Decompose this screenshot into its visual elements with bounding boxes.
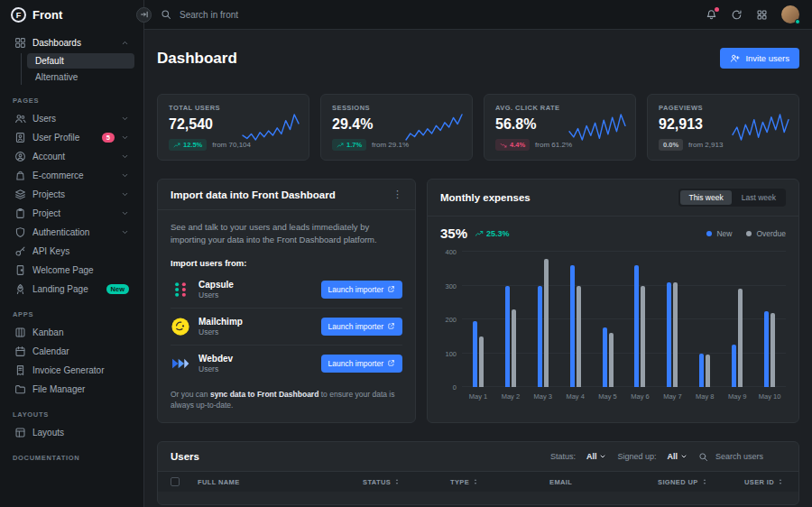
chevron-down-icon — [121, 190, 129, 198]
brand-logo[interactable]: F Front — [0, 0, 143, 30]
topbar — [144, 0, 812, 30]
nav-badge: 5 — [102, 133, 115, 143]
sidebar-item-api-keys[interactable]: API Keys — [9, 242, 134, 261]
import-card-title: Import data into Front Dashboard — [171, 189, 336, 200]
sidebar-item-projects[interactable]: Projects — [9, 185, 134, 204]
chart-x-axis: May 1May 2May 3May 4May 5May 6May 7May 8… — [462, 392, 786, 401]
sidebar-item-label: Layouts — [32, 428, 129, 438]
key-icon — [14, 245, 26, 257]
sidebar-item-authentication[interactable]: Authentication — [9, 223, 134, 242]
apps-button[interactable] — [756, 9, 768, 21]
source-name: Mailchimp — [198, 317, 243, 327]
monthly-expenses-card: Monthly expenses This week Last week 35%… — [427, 179, 799, 423]
sidebar-nav: DashboardsDefaultAlternativePAGESUsersUs… — [0, 30, 143, 507]
sidebar-item-users[interactable]: Users — [9, 109, 134, 128]
bar-overdue-may-6 — [641, 286, 645, 388]
kanban-icon — [14, 327, 26, 338]
folder-icon — [14, 383, 26, 395]
notifications-button[interactable] — [706, 9, 717, 21]
column-header-type[interactable]: TYPE — [450, 478, 549, 486]
legend-label: New — [716, 229, 732, 238]
sidebar-item-dashboards[interactable]: Dashboards — [9, 33, 134, 52]
card-menu-button[interactable]: ⋮ — [392, 189, 402, 200]
launch-importer-button-capsule[interactable]: Launch importer — [321, 281, 402, 299]
legend-dot-overdue — [746, 231, 752, 236]
column-header-full-name: FULL NAME — [198, 478, 363, 486]
sidebar-item-project[interactable]: Project — [9, 204, 134, 223]
sidebar-item-welcome-page[interactable]: Welcome Page — [9, 261, 134, 280]
launch-importer-button-webdev[interactable]: Launch importer — [321, 355, 402, 373]
x-axis-label: May 3 — [527, 392, 559, 401]
bar-overdue-may-1 — [479, 336, 484, 387]
user-plus-icon — [730, 53, 740, 63]
column-header-signed-up[interactable]: SIGNED UP — [658, 478, 744, 486]
global-search-input[interactable] — [178, 9, 376, 21]
x-axis-label: May 8 — [688, 392, 721, 401]
sparkline-chart — [732, 111, 789, 142]
invite-users-button[interactable]: Invite users — [720, 48, 799, 69]
activity-button[interactable] — [731, 9, 743, 21]
main-area: Dashboard Invite users TOTAL USERS72,540… — [144, 0, 812, 507]
sidebar-item-invoice-generator[interactable]: Invoice Generator — [9, 361, 134, 380]
import-description: See and talk to your users and leads imm… — [171, 221, 402, 247]
legend-item-new[interactable]: New — [706, 229, 732, 238]
stat-change-badge: 12.5% — [169, 139, 207, 151]
sidebar-item-label: Dashboards — [32, 38, 115, 48]
y-axis-label: 100 — [445, 349, 457, 357]
bar-overdue-may-10 — [770, 313, 775, 388]
stat-sparkline — [242, 111, 300, 145]
stat-sparkline — [405, 111, 463, 145]
user-avatar[interactable] — [781, 5, 799, 23]
signedup-filter-dropdown[interactable]: All — [667, 452, 687, 461]
sidebar-item-kanban[interactable]: Kanban — [9, 323, 134, 342]
middle-row: Import data into Front Dashboard ⋮ See a… — [157, 179, 799, 423]
page-title: Dashboard — [157, 50, 237, 68]
stat-comparison: from 2,913 — [688, 141, 723, 149]
stats-row: TOTAL USERS72,54012.5%from 70,104SESSION… — [157, 94, 799, 161]
bar-overdue-may-7 — [673, 282, 678, 387]
users-search-input[interactable] — [714, 451, 786, 462]
status-filter-value: All — [586, 452, 597, 461]
column-label: STATUS — [363, 478, 391, 486]
source-type: Users — [198, 364, 233, 373]
app-window: F Front DashboardsDefaultAlternativePAGE… — [0, 0, 812, 507]
toggle-last-week[interactable]: Last week — [734, 190, 784, 205]
sidebar-item-landing-page[interactable]: Landing PageNew — [9, 280, 134, 299]
launch-importer-button-mailchimp[interactable]: Launch importer — [321, 318, 402, 336]
expenses-summary: 35% 25.3% New Overdue — [440, 226, 786, 241]
invite-users-label: Invite users — [745, 53, 789, 63]
toggle-this-week[interactable]: This week — [680, 190, 731, 205]
sidebar-collapse-button[interactable] — [136, 7, 152, 23]
x-axis-label: May 4 — [559, 392, 592, 401]
chevron-down-icon — [121, 209, 129, 217]
column-header-status[interactable]: STATUS — [363, 478, 450, 486]
select-all-checkbox[interactable] — [171, 477, 180, 486]
sidebar-item-user-profile[interactable]: User Profile5 — [9, 128, 134, 147]
status-filter-dropdown[interactable]: All — [586, 452, 607, 461]
sidebar-subitem-alternative[interactable]: Alternative — [27, 69, 134, 85]
column-header-user-id[interactable]: USER ID — [744, 478, 786, 486]
sidebar-item-account[interactable]: Account — [9, 147, 134, 166]
sidebar-item-file-manager[interactable]: File Manager — [9, 380, 134, 399]
x-axis-label: May 7 — [656, 392, 688, 401]
source-name: Webdev — [198, 354, 233, 364]
users-card: Users Status: All Signed up: All — [157, 441, 799, 505]
bar-group-may-5 — [592, 252, 624, 387]
search-icon — [698, 452, 708, 462]
source-type: Users — [198, 290, 234, 300]
sidebar-submenu: DefaultAlternative — [21, 53, 134, 85]
notification-dot — [715, 7, 719, 12]
legend-item-overdue[interactable]: Overdue — [746, 229, 786, 238]
sidebar-subitem-default[interactable]: Default — [27, 53, 134, 69]
import-card-header: Import data into Front Dashboard ⋮ — [158, 180, 415, 210]
source-name: Capsule — [198, 280, 234, 290]
sidebar-item-layouts[interactable]: Layouts — [9, 423, 134, 442]
expenses-card-title: Monthly expenses — [440, 192, 531, 203]
stat-comparison: from 29.1% — [372, 141, 409, 149]
sparkline-chart — [242, 111, 300, 142]
chevron-down-icon — [680, 453, 687, 460]
x-axis-label: May 5 — [592, 392, 624, 401]
launch-importer-label: Launch importer — [328, 322, 383, 331]
sidebar-item-e-commerce[interactable]: E-commerce — [9, 166, 134, 185]
sidebar-item-calendar[interactable]: Calendar — [9, 342, 134, 361]
